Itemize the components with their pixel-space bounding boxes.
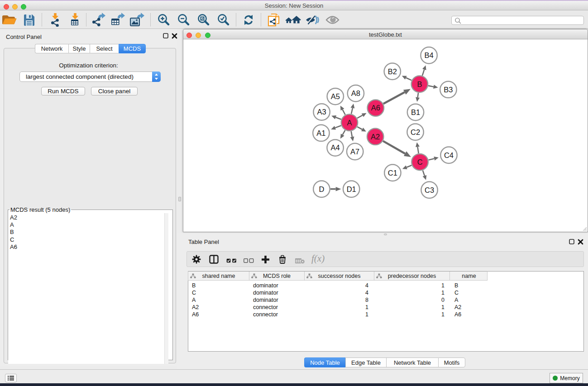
- svg-text:D: D: [319, 185, 324, 193]
- svg-text:B: B: [417, 80, 422, 88]
- svg-text:A5: A5: [331, 92, 340, 100]
- svg-text:C3: C3: [425, 186, 434, 194]
- svg-text:A3: A3: [317, 108, 326, 116]
- svg-text:C4: C4: [444, 151, 454, 159]
- svg-text:B3: B3: [444, 86, 453, 94]
- svg-text:A8: A8: [351, 89, 360, 97]
- svg-text:A1: A1: [316, 129, 325, 137]
- svg-text:A6: A6: [371, 104, 380, 112]
- svg-text:D1: D1: [347, 185, 356, 193]
- svg-text:C1: C1: [388, 169, 397, 177]
- svg-text:A7: A7: [350, 148, 359, 156]
- svg-text:A2: A2: [371, 133, 380, 141]
- svg-text:B1: B1: [411, 108, 420, 116]
- svg-text:C2: C2: [411, 128, 420, 136]
- svg-text:A4: A4: [331, 143, 340, 152]
- svg-text:B2: B2: [388, 67, 397, 76]
- svg-text:A: A: [347, 119, 352, 127]
- svg-text:B4: B4: [425, 51, 434, 59]
- svg-text:C: C: [417, 158, 423, 166]
